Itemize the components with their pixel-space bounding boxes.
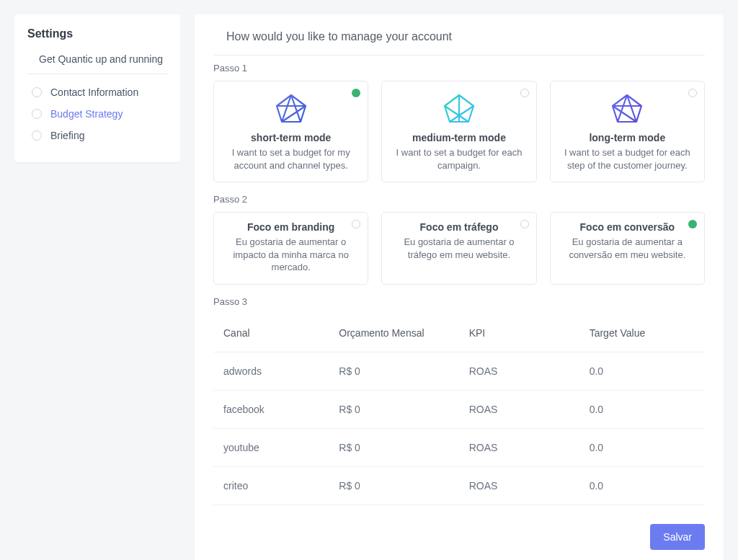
cell-target: 0.0 bbox=[590, 404, 705, 415]
sidebar-item-label: Briefing bbox=[50, 130, 84, 141]
card-title: Foco em conversão bbox=[561, 221, 694, 233]
radio-icon bbox=[32, 109, 42, 119]
table-row[interactable]: facebook R$ 0 ROAS 0.0 bbox=[213, 391, 705, 429]
cell-orcamento: R$ 0 bbox=[339, 442, 468, 453]
sidebar-item-contact-information[interactable]: Contact Information bbox=[27, 81, 167, 103]
selected-dot-icon bbox=[688, 220, 697, 228]
cell-canal: facebook bbox=[223, 404, 339, 415]
cell-orcamento: R$ 0 bbox=[339, 365, 468, 377]
card-desc: Eu gostaria de aumentar o tráfego em meu… bbox=[392, 236, 525, 261]
diamond-icon bbox=[392, 90, 525, 129]
selected-dot-icon bbox=[352, 89, 360, 97]
cell-kpi: ROAS bbox=[469, 480, 590, 492]
step3-label: Passo 3 bbox=[213, 296, 705, 307]
table-row[interactable]: criteo R$ 0 ROAS 0.0 bbox=[213, 467, 705, 505]
option-foco-trafego[interactable]: Foco em tráfego Eu gostaria de aumentar … bbox=[381, 212, 536, 285]
page-title: How would you like to manage your accoun… bbox=[213, 30, 705, 55]
card-desc: I want to set a budget for each step of … bbox=[561, 146, 694, 172]
footer: Salvar bbox=[213, 524, 705, 550]
cell-target: 0.0 bbox=[590, 442, 705, 453]
sidebar-item-budget-strategy[interactable]: Budget Strategy bbox=[27, 103, 167, 125]
option-foco-conversao[interactable]: Foco em conversão Eu gostaria de aumenta… bbox=[550, 212, 705, 285]
card-desc: Eu gostaria de aumentar a conversão em m… bbox=[561, 236, 694, 261]
diamond-icon bbox=[224, 90, 357, 129]
cell-canal: adwords bbox=[223, 365, 339, 377]
cell-target: 0.0 bbox=[590, 480, 705, 492]
sidebar-item-briefing[interactable]: Briefing bbox=[27, 125, 167, 146]
option-medium-term[interactable]: medium-term mode I want to set a budget … bbox=[381, 81, 536, 182]
radio-icon bbox=[32, 130, 42, 141]
cell-kpi: ROAS bbox=[469, 365, 590, 377]
card-desc: I want to set a budget for each campaign… bbox=[392, 146, 525, 172]
card-title: Foco em branding bbox=[224, 221, 357, 233]
cell-canal: criteo bbox=[223, 480, 339, 492]
step2-options: Foco em branding Eu gostaria de aumentar… bbox=[213, 212, 705, 285]
option-short-term[interactable]: short-term mode I want to set a budget f… bbox=[213, 81, 368, 182]
card-title: long-term mode bbox=[561, 132, 694, 143]
radio-icon bbox=[688, 89, 697, 97]
table-header: Canal Orçamento Mensal KPI Target Value bbox=[213, 314, 705, 352]
radio-icon bbox=[32, 87, 42, 97]
cell-canal: youtube bbox=[223, 442, 339, 453]
step2-label: Passo 2 bbox=[213, 194, 705, 205]
cell-orcamento: R$ 0 bbox=[339, 404, 468, 415]
radio-icon bbox=[520, 220, 529, 228]
card-desc: Eu gostaria de aumentar o impacto da min… bbox=[224, 236, 357, 274]
table-row[interactable]: youtube R$ 0 ROAS 0.0 bbox=[213, 429, 705, 467]
option-foco-branding[interactable]: Foco em branding Eu gostaria de aumentar… bbox=[213, 212, 368, 285]
card-title: Foco em tráfego bbox=[392, 221, 525, 233]
cell-orcamento: R$ 0 bbox=[339, 480, 468, 492]
table-row[interactable]: adwords R$ 0 ROAS 0.0 bbox=[213, 352, 705, 391]
save-button[interactable]: Salvar bbox=[650, 524, 705, 550]
col-header-target: Target Value bbox=[590, 327, 705, 339]
settings-sidebar: Settings Get Quantic up and running Cont… bbox=[14, 14, 180, 162]
cell-target: 0.0 bbox=[590, 365, 705, 377]
radio-icon bbox=[520, 89, 529, 97]
cell-kpi: ROAS bbox=[469, 404, 590, 415]
diamond-icon bbox=[561, 90, 694, 129]
sidebar-title: Settings bbox=[27, 27, 167, 40]
card-title: medium-term mode bbox=[392, 132, 525, 143]
sidebar-item-label: Contact Information bbox=[50, 86, 138, 98]
cell-kpi: ROAS bbox=[469, 442, 590, 453]
step1-label: Passo 1 bbox=[213, 63, 705, 74]
radio-icon bbox=[352, 220, 360, 228]
option-long-term[interactable]: long-term mode I want to set a budget fo… bbox=[550, 81, 705, 182]
col-header-orcamento: Orçamento Mensal bbox=[339, 327, 468, 339]
sidebar-subtitle: Get Quantic up and running bbox=[27, 53, 167, 74]
col-header-canal: Canal bbox=[223, 327, 339, 339]
sidebar-item-label: Budget Strategy bbox=[50, 108, 123, 120]
card-desc: I want to set a budget for my account an… bbox=[224, 146, 357, 172]
card-title: short-term mode bbox=[224, 132, 357, 143]
main-panel: How would you like to manage your accoun… bbox=[195, 14, 724, 560]
col-header-kpi: KPI bbox=[469, 327, 590, 339]
step1-options: short-term mode I want to set a budget f… bbox=[213, 81, 705, 182]
channels-table: Canal Orçamento Mensal KPI Target Value … bbox=[213, 314, 705, 505]
